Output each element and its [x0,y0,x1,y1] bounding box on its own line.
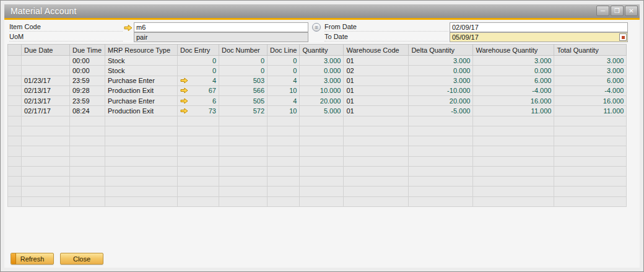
cell-warehouse_quantity[interactable] [473,126,554,136]
uom-input[interactable] [134,32,308,42]
cell-doc_entry[interactable] [178,166,219,176]
table-row[interactable] [8,146,627,156]
cell-doc_entry[interactable] [178,156,219,166]
cell-mrp_resource_type[interactable] [105,126,178,136]
cell-due_time[interactable] [70,166,105,176]
cell-selector[interactable] [8,136,22,146]
link-arrow-icon[interactable] [180,108,188,114]
column-header-doc_entry[interactable]: Doc Entry [178,45,219,56]
cell-due_date[interactable] [22,196,70,206]
table-row[interactable]: 02/17/1708:24Production Exit73572105.000… [8,106,627,116]
cell-delta_quantity[interactable] [409,166,473,176]
cell-due_date[interactable] [22,177,70,186]
cell-due_time[interactable]: 23:59 [70,96,105,106]
refresh-button[interactable]: Refresh [11,253,54,265]
cell-warehouse_code[interactable] [344,136,409,146]
cell-warehouse_quantity[interactable] [473,116,554,126]
table-row[interactable] [8,116,627,126]
close-button[interactable]: ✕ [625,6,638,16]
cell-warehouse_quantity[interactable]: 3.000 [473,56,554,66]
cell-doc_number[interactable] [219,126,268,136]
cell-doc_entry[interactable]: 4 [178,76,219,86]
cell-quantity[interactable] [300,126,344,136]
cell-due_time[interactable] [70,186,105,196]
cell-total_quantity[interactable] [554,196,627,206]
cell-total_quantity[interactable]: 3.000 [554,66,627,76]
cell-warehouse_code[interactable]: 01 [344,86,409,95]
cell-doc_number[interactable]: 505 [219,96,268,106]
maximize-button[interactable]: ❒ [611,6,624,16]
cell-doc_entry[interactable] [178,126,219,136]
cell-selector[interactable] [8,186,22,196]
table-row[interactable] [8,186,627,196]
cell-mrp_resource_type[interactable]: Purchase Enter [105,96,178,106]
cell-due_time[interactable] [70,126,105,136]
cell-due_date[interactable] [22,156,70,166]
cell-delta_quantity[interactable] [409,146,473,156]
cell-due_date[interactable] [22,126,70,136]
cell-doc_line[interactable] [268,146,300,156]
calendar-icon[interactable] [619,33,627,41]
cell-doc_entry[interactable] [178,177,219,186]
cell-warehouse_code[interactable] [344,126,409,136]
cell-warehouse_quantity[interactable] [473,136,554,146]
cell-total_quantity[interactable] [554,186,627,196]
to-date-input[interactable] [450,32,628,42]
cell-doc_number[interactable] [219,177,268,186]
item-code-link-arrow-icon[interactable] [124,23,133,34]
cell-selector[interactable] [8,106,22,116]
cell-selector[interactable] [8,86,22,95]
table-row[interactable] [8,126,627,136]
cell-doc_line[interactable] [268,116,300,126]
cell-quantity[interactable] [300,156,344,166]
column-header-warehouse_code[interactable]: Warehouse Code [344,45,409,56]
cell-warehouse_code[interactable]: 01 [344,96,409,106]
cell-due_date[interactable]: 01/23/17 [22,76,70,86]
cell-delta_quantity[interactable] [409,186,473,196]
cell-due_time[interactable] [70,196,105,206]
cell-mrp_resource_type[interactable] [105,186,178,196]
cell-due_time[interactable] [70,116,105,126]
cell-mrp_resource_type[interactable] [105,177,178,186]
cell-total_quantity[interactable] [554,126,627,136]
cell-total_quantity[interactable] [554,116,627,126]
cell-warehouse_quantity[interactable]: 0.000 [473,66,554,76]
cell-quantity[interactable] [300,177,344,186]
cell-selector[interactable] [8,126,22,136]
cell-mrp_resource_type[interactable] [105,196,178,206]
column-header-warehouse_quantity[interactable]: Warehouse Quantity [473,45,554,56]
cell-due_date[interactable] [22,166,70,176]
cell-doc_number[interactable]: 0 [219,56,268,66]
cell-warehouse_code[interactable]: 01 [344,76,409,86]
cell-doc_number[interactable] [219,196,268,206]
cell-doc_number[interactable]: 572 [219,106,268,116]
cell-doc_line[interactable] [268,136,300,146]
table-row[interactable] [8,166,627,176]
cell-due_time[interactable]: 08:24 [70,106,105,116]
cell-delta_quantity[interactable] [409,126,473,136]
cell-doc_entry[interactable] [178,136,219,146]
from-date-input[interactable] [450,22,628,32]
cell-quantity[interactable]: 3.000 [300,76,344,86]
cell-total_quantity[interactable] [554,166,627,176]
cell-doc_entry[interactable]: 73 [178,106,219,116]
cell-selector[interactable] [8,96,22,106]
minimize-button[interactable]: ─ [596,6,609,16]
cell-warehouse_quantity[interactable]: 11.000 [473,106,554,116]
cell-mrp_resource_type[interactable]: Production Exit [105,86,178,95]
cell-due_time[interactable]: 00:00 [70,66,105,76]
cell-total_quantity[interactable]: 6.000 [554,76,627,86]
cell-due_date[interactable]: 02/13/17 [22,96,70,106]
cell-doc_entry[interactable] [178,116,219,126]
cell-doc_line[interactable] [268,126,300,136]
cell-due_time[interactable] [70,177,105,186]
cell-delta_quantity[interactable] [409,116,473,126]
cell-warehouse_code[interactable] [344,177,409,186]
cell-total_quantity[interactable]: -4.000 [554,86,627,95]
cell-due_date[interactable] [22,56,70,66]
column-header-selector[interactable] [8,45,22,56]
cell-selector[interactable] [8,156,22,166]
cell-doc_line[interactable] [268,196,300,206]
table-row[interactable] [8,196,627,206]
cell-warehouse_quantity[interactable]: 6.000 [473,76,554,86]
